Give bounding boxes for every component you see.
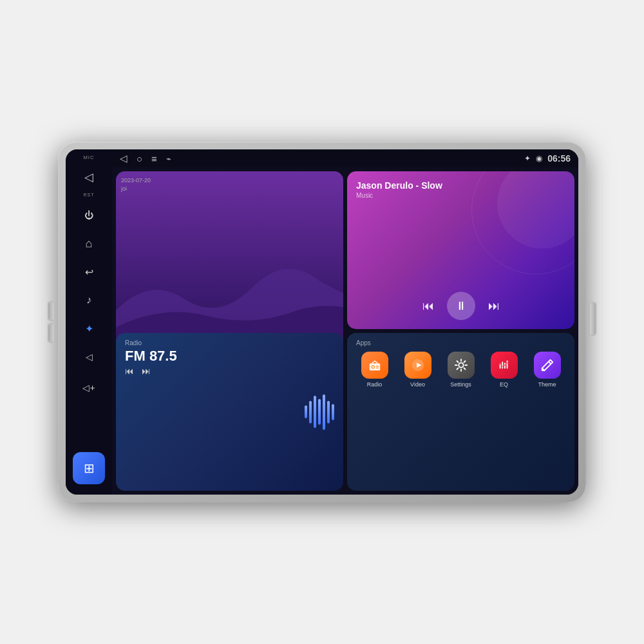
music-next-button[interactable]: ⏭	[488, 299, 500, 313]
stack-icon: ⊞	[84, 460, 95, 476]
svg-rect-22	[501, 366, 504, 367]
music-controls: ⏮ ⏸ ⏭	[356, 292, 565, 320]
waveform-bar-4	[318, 399, 321, 425]
app-eq[interactable]: EQ	[491, 352, 518, 388]
right-button[interactable]	[590, 303, 595, 335]
svg-rect-17	[499, 364, 500, 368]
app-radio[interactable]: Radio	[361, 352, 388, 388]
app-theme-label: Theme	[538, 381, 556, 388]
app-settings[interactable]: Settings	[448, 352, 475, 388]
card-apps: Apps	[347, 333, 574, 491]
sidebar-music-icon[interactable]: ♪	[76, 287, 102, 313]
sidebar-home-icon[interactable]: ⌂	[76, 231, 102, 256]
music-category: Music	[356, 192, 565, 199]
svg-rect-23	[504, 365, 506, 366]
apps-grid: Radio Video	[356, 352, 565, 388]
sidebar-back-icon[interactable]: ◁	[76, 164, 102, 190]
sidebar-volume-icon[interactable]: ◁	[76, 344, 102, 370]
app-settings-icon	[448, 352, 475, 379]
right-physical-buttons	[590, 303, 595, 335]
waveform-bar-5	[323, 394, 325, 430]
volume-button-2[interactable]	[49, 324, 54, 342]
svg-rect-18	[502, 362, 503, 369]
radio-label: Radio	[125, 339, 334, 346]
app-radio-icon	[361, 352, 388, 379]
app-eq-label: EQ	[500, 381, 508, 388]
screen: MIC ◁ RST ⏻ ⌂ ↩ ♪ ✦ ◁ ◁+ ⊞ ◁ ○ ≡ ⌁	[66, 149, 578, 495]
apps-label: Apps	[356, 339, 565, 346]
sidebar-bluetooth-icon[interactable]: ✦	[76, 316, 102, 341]
app-video-icon	[404, 352, 431, 379]
nav-back-icon[interactable]: ◁	[120, 153, 128, 164]
date-overlay: 2023-07-20 joi	[121, 176, 151, 193]
radio-frequency: FM 87.5	[125, 348, 334, 365]
svg-rect-20	[506, 361, 507, 369]
card-music[interactable]: Jason Derulo - Slow Music ⏮ ⏸ ⏭	[347, 171, 574, 329]
day-text: joi	[121, 185, 151, 193]
svg-rect-13	[375, 366, 379, 366]
music-prev-button[interactable]: ⏮	[422, 299, 434, 313]
location-icon: ◉	[536, 154, 542, 163]
app-theme-icon	[534, 352, 561, 379]
volume-button-1[interactable]	[49, 302, 54, 320]
main-content: ◁ ○ ≡ ⌁ ✦ ◉ 06:56	[112, 149, 578, 495]
mic-label: MIC	[83, 155, 95, 160]
app-video-label: Video	[410, 381, 425, 388]
nav-icons: ◁ ○ ≡ ⌁	[120, 153, 171, 164]
svg-rect-24	[506, 362, 508, 363]
music-play-button[interactable]: ⏸	[447, 292, 475, 320]
radio-waveform	[305, 394, 334, 430]
waveform-bar-6	[327, 401, 330, 423]
status-right: ✦ ◉ 06:56	[524, 153, 571, 164]
waveform-bar-3	[314, 396, 316, 428]
sidebar: MIC ◁ RST ⏻ ⌂ ↩ ♪ ✦ ◁ ◁+ ⊞	[66, 149, 112, 495]
waveform-bar-2	[309, 401, 312, 423]
rst-label: RST	[84, 193, 95, 197]
music-track-title: Jason Derulo - Slow	[356, 180, 565, 191]
date-text: 2023-07-20	[121, 176, 151, 185]
device: MIC ◁ RST ⏻ ⌂ ↩ ♪ ✦ ◁ ◁+ ⊞ ◁ ○ ≡ ⌁	[58, 142, 586, 502]
app-settings-label: Settings	[450, 381, 471, 388]
svg-rect-14	[375, 368, 379, 368]
nav-menu-icon[interactable]: ≡	[151, 153, 157, 164]
cards-area: 2023-07-20 joi ≡D Jason Derulo - Slow Mu…	[112, 167, 578, 495]
sidebar-power-icon[interactable]: ⏻	[76, 202, 102, 228]
radio-prev-button[interactable]: ⏮	[125, 366, 134, 376]
waveform-bar-7	[332, 404, 334, 420]
nav-home-icon[interactable]: ○	[137, 153, 142, 164]
app-video[interactable]: Video	[404, 352, 431, 388]
svg-rect-21	[498, 363, 501, 365]
bluetooth-status-icon: ✦	[524, 154, 531, 163]
app-eq-icon	[491, 352, 518, 379]
card-radio[interactable]: Radio FM 87.5 ⏮ ⏭	[116, 333, 343, 491]
waveform-bar-1	[305, 406, 307, 419]
sidebar-undo-icon[interactable]: ↩	[76, 259, 102, 285]
clock: 06:56	[547, 153, 571, 164]
left-physical-buttons	[49, 302, 54, 342]
sidebar-stack-button[interactable]: ⊞	[73, 452, 105, 484]
sidebar-extra-icon[interactable]: ◁+	[76, 375, 102, 401]
nav-usb-icon[interactable]: ⌁	[166, 154, 171, 164]
app-radio-label: Radio	[367, 381, 383, 388]
svg-point-12	[372, 366, 374, 368]
radio-next-button[interactable]: ⏭	[142, 366, 151, 376]
app-theme[interactable]: Theme	[534, 352, 561, 388]
status-bar: ◁ ○ ≡ ⌁ ✦ ◉ 06:56	[112, 149, 578, 167]
radio-controls: ⏮ ⏭	[125, 366, 334, 376]
